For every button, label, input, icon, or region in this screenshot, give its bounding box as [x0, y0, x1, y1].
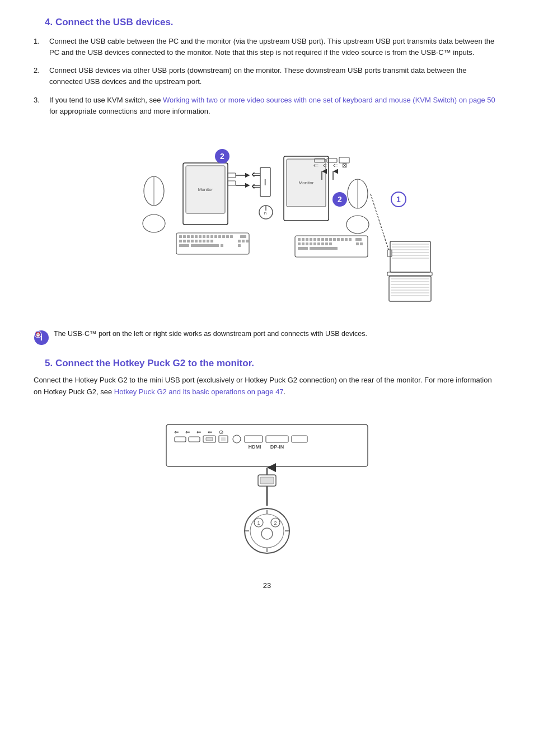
- svg-rect-92: [321, 242, 324, 245]
- svg-rect-27: [218, 235, 221, 238]
- svg-rect-3: [228, 173, 236, 178]
- list-content-3-before: If you tend to use KVM switch, see: [49, 96, 163, 104]
- svg-rect-109: [389, 276, 431, 301]
- list-item-2: 2. Connect USB devices via other USB por…: [34, 65, 500, 87]
- svg-point-67: [346, 216, 369, 234]
- svg-rect-45: [242, 240, 245, 242]
- list-item-3: 3. If you tend to use KVM switch, see Wo…: [34, 95, 500, 117]
- section4-heading: 4. Connect the USB devices.: [45, 17, 500, 28]
- svg-rect-94: [329, 242, 332, 245]
- svg-rect-141: [260, 477, 274, 484]
- svg-rect-17: [179, 235, 182, 238]
- svg-rect-4: [228, 181, 236, 185]
- svg-rect-84: [349, 238, 352, 241]
- svg-point-50: [143, 214, 165, 232]
- list-content-1: Connect the USB cable between the PC and…: [49, 36, 500, 58]
- list-item-1: 1. Connect the USB cable between the PC …: [34, 36, 500, 58]
- svg-text:⇐: ⇐: [174, 429, 179, 435]
- svg-rect-89: [310, 242, 312, 245]
- svg-rect-47: [238, 244, 241, 247]
- svg-rect-32: [179, 240, 182, 242]
- svg-rect-41: [179, 244, 189, 247]
- svg-rect-77: [321, 238, 324, 241]
- svg-text:2: 2: [220, 152, 224, 161]
- svg-rect-75: [313, 238, 316, 241]
- svg-rect-122: [175, 437, 186, 442]
- hotkey-link[interactable]: Hotkey Puck G2 and its basic operations …: [114, 388, 284, 396]
- svg-rect-88: [306, 242, 308, 245]
- svg-rect-30: [230, 235, 233, 238]
- svg-rect-21: [195, 235, 198, 238]
- svg-rect-22: [199, 235, 202, 238]
- svg-rect-74: [310, 238, 312, 241]
- svg-rect-108: [387, 272, 432, 276]
- svg-text:1: 1: [257, 520, 260, 526]
- tip-box: i ⏰ The USB-C™ port on the left or right…: [34, 330, 500, 346]
- hotkey-diagram-svg: HDMI DP-IN ⇐ ⇐ ⇐ ⇐ ⊙ 1 2: [133, 408, 401, 559]
- usb-diagram-svg: Monitor 2 ⇐ ⇐ ║ n: [93, 129, 441, 314]
- svg-rect-23: [203, 235, 205, 238]
- svg-rect-38: [203, 240, 205, 242]
- svg-rect-36: [195, 240, 198, 242]
- svg-rect-35: [191, 240, 194, 242]
- svg-rect-96: [310, 247, 338, 250]
- tip-text: The USB-C™ port on the left or right sid…: [54, 330, 367, 338]
- svg-rect-29: [226, 235, 229, 238]
- svg-text:1: 1: [396, 195, 401, 204]
- svg-text:⇐: ⇐: [313, 162, 318, 169]
- list-num-1: 1.: [34, 36, 49, 58]
- svg-rect-81: [337, 238, 340, 241]
- section5-heading: 5. Connect the Hotkey Puck G2 to the mon…: [45, 358, 500, 369]
- svg-rect-43: [221, 244, 223, 247]
- svg-text:║: ║: [264, 179, 267, 185]
- svg-text:n: n: [264, 211, 266, 216]
- svg-rect-80: [333, 238, 336, 241]
- svg-rect-39: [207, 240, 209, 242]
- svg-rect-99: [390, 241, 430, 272]
- list-content-3-after: for appropriate connections and more inf…: [49, 107, 210, 115]
- svg-rect-123: [189, 437, 200, 442]
- svg-text:⏰: ⏰: [35, 332, 41, 337]
- svg-rect-131: [292, 436, 307, 442]
- svg-rect-78: [325, 238, 328, 241]
- svg-text:2: 2: [274, 520, 277, 526]
- svg-rect-130: [266, 436, 288, 442]
- svg-text:DP-IN: DP-IN: [270, 444, 284, 450]
- svg-rect-97: [356, 242, 359, 245]
- svg-rect-31: [240, 235, 246, 238]
- svg-rect-83: [345, 238, 348, 241]
- svg-text:⊙: ⊙: [219, 429, 223, 435]
- svg-rect-82: [341, 238, 344, 241]
- section4-list: 1. Connect the USB cable between the PC …: [34, 36, 500, 117]
- svg-rect-76: [317, 238, 320, 241]
- hotkey-diagram: HDMI DP-IN ⇐ ⇐ ⇐ ⇐ ⊙ 1 2: [34, 408, 500, 559]
- svg-rect-72: [302, 238, 305, 241]
- list-num-2: 2.: [34, 65, 49, 87]
- svg-text:⇐: ⇐: [251, 180, 261, 192]
- usb-diagram: Monitor 2 ⇐ ⇐ ║ n: [34, 129, 500, 314]
- tip-icon: i ⏰: [34, 330, 49, 346]
- svg-rect-125: [206, 437, 213, 441]
- svg-rect-129: [245, 436, 263, 442]
- svg-line-107: [371, 194, 388, 250]
- svg-rect-73: [306, 238, 308, 241]
- svg-rect-98: [360, 242, 363, 245]
- page-number: 23: [34, 581, 500, 590]
- section5-body-after: .: [284, 388, 286, 396]
- svg-point-143: [245, 508, 289, 553]
- svg-rect-28: [222, 235, 225, 238]
- svg-rect-95: [298, 247, 308, 250]
- svg-rect-20: [191, 235, 194, 238]
- svg-rect-90: [313, 242, 316, 245]
- svg-rect-93: [325, 242, 328, 245]
- svg-rect-106: [387, 250, 392, 256]
- svg-rect-18: [183, 235, 186, 238]
- svg-rect-37: [199, 240, 202, 242]
- svg-rect-42: [191, 244, 219, 247]
- svg-rect-46: [246, 240, 249, 242]
- svg-rect-34: [187, 240, 190, 242]
- kvm-link[interactable]: Working with two or more video sources w…: [163, 96, 495, 104]
- svg-rect-40: [210, 240, 213, 242]
- svg-rect-87: [302, 242, 305, 245]
- svg-text:⇐: ⇐: [251, 168, 261, 180]
